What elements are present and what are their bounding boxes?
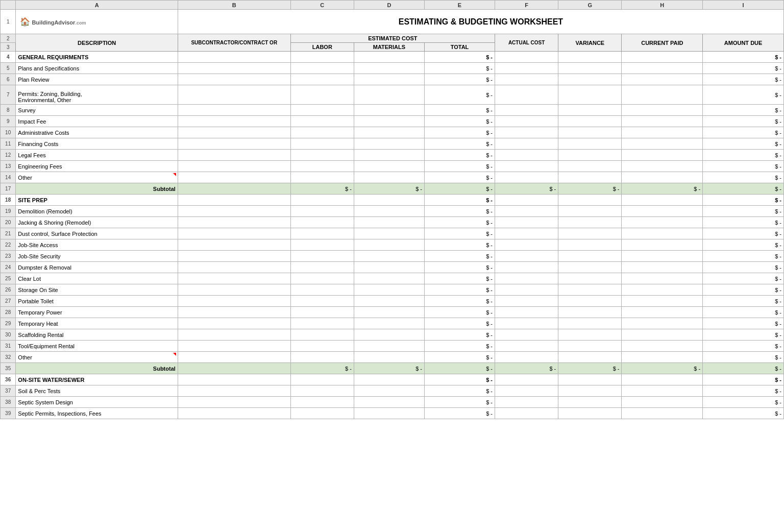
row-variance[interactable] [558,329,622,341]
row-materials[interactable] [354,307,424,318]
row-total[interactable]: $ - [424,307,495,318]
row-current-paid[interactable] [622,374,703,385]
row-labor[interactable] [290,273,354,284]
row-variance[interactable] [558,374,622,385]
row-amount-due[interactable]: $ - [703,85,784,105]
row-amount-due[interactable]: $ - [703,284,784,296]
row-subcontractor[interactable] [178,206,290,217]
row-subcontractor[interactable] [178,397,290,408]
row-current-paid[interactable] [622,127,703,138]
row-amount-due[interactable]: $ - [703,217,784,228]
row-amount-due[interactable]: $ - [703,195,784,206]
row-subcontractor[interactable] [178,318,290,329]
row-variance[interactable] [558,341,622,352]
row-actual[interactable] [495,307,558,318]
row-amount-due[interactable]: $ - [703,116,784,127]
row-materials[interactable] [354,397,424,408]
row-materials[interactable] [354,341,424,352]
row-subcontractor[interactable] [178,63,290,74]
row-materials[interactable] [354,150,424,161]
row-materials[interactable] [354,74,424,85]
row-labor[interactable] [290,318,354,329]
row-materials[interactable] [354,206,424,217]
row-current-paid[interactable] [622,251,703,262]
row-labor[interactable] [290,217,354,228]
subtotal-amount-due[interactable]: $ - [703,363,784,374]
row-total[interactable]: $ - [424,228,495,239]
row-variance[interactable] [558,251,622,262]
row-amount-due[interactable]: $ - [703,63,784,74]
row-materials[interactable] [354,138,424,150]
row-actual[interactable] [495,385,558,397]
subtotal-current-paid[interactable]: $ - [622,183,703,195]
row-variance[interactable] [558,239,622,251]
row-labor[interactable] [290,195,354,206]
row-subcontractor[interactable] [178,74,290,85]
row-total[interactable]: $ - [424,352,495,363]
row-current-paid[interactable] [622,85,703,105]
row-current-paid[interactable] [622,206,703,217]
row-current-paid[interactable] [622,341,703,352]
row-labor[interactable] [290,150,354,161]
row-labor[interactable] [290,127,354,138]
row-variance[interactable] [558,63,622,74]
subtotal-labor[interactable]: $ - [290,363,354,374]
row-subcontractor[interactable] [178,385,290,397]
row-amount-due[interactable]: $ - [703,206,784,217]
row-current-paid[interactable] [622,150,703,161]
row-materials[interactable] [354,228,424,239]
row-labor[interactable] [290,105,354,116]
row-materials[interactable] [354,63,424,74]
row-total[interactable]: $ - [424,273,495,284]
row-variance[interactable] [558,195,622,206]
row-materials[interactable] [354,273,424,284]
row-subcontractor[interactable] [178,172,290,183]
row-labor[interactable] [290,172,354,183]
subtotal-subcontractor[interactable] [178,183,290,195]
row-materials[interactable] [354,161,424,172]
row-actual[interactable] [495,172,558,183]
row-actual[interactable] [495,318,558,329]
row-variance[interactable] [558,127,622,138]
row-materials[interactable] [354,239,424,251]
row-actual[interactable] [495,341,558,352]
row-subcontractor[interactable] [178,217,290,228]
row-actual[interactable] [495,161,558,172]
row-actual[interactable] [495,63,558,74]
row-variance[interactable] [558,116,622,127]
row-actual[interactable] [495,397,558,408]
row-amount-due[interactable]: $ - [703,318,784,329]
row-variance[interactable] [558,52,622,63]
row-current-paid[interactable] [622,52,703,63]
row-labor[interactable] [290,85,354,105]
row-current-paid[interactable] [622,408,703,419]
row-total[interactable]: $ - [424,161,495,172]
subtotal-actual[interactable]: $ - [495,183,558,195]
row-total[interactable]: $ - [424,262,495,273]
row-actual[interactable] [495,138,558,150]
row-materials[interactable] [354,52,424,63]
row-amount-due[interactable]: $ - [703,138,784,150]
row-current-paid[interactable] [622,318,703,329]
row-labor[interactable] [290,284,354,296]
row-current-paid[interactable] [622,116,703,127]
row-labor[interactable] [290,239,354,251]
row-actual[interactable] [495,296,558,307]
row-current-paid[interactable] [622,307,703,318]
row-subcontractor[interactable] [178,329,290,341]
row-actual[interactable] [495,228,558,239]
row-amount-due[interactable]: $ - [703,161,784,172]
row-total[interactable]: $ - [424,385,495,397]
row-subcontractor[interactable] [178,374,290,385]
row-materials[interactable] [354,385,424,397]
row-actual[interactable] [495,217,558,228]
row-current-paid[interactable] [622,161,703,172]
row-amount-due[interactable]: $ - [703,385,784,397]
row-labor[interactable] [290,296,354,307]
row-total[interactable]: $ - [424,341,495,352]
row-variance[interactable] [558,284,622,296]
row-current-paid[interactable] [622,239,703,251]
row-amount-due[interactable]: $ - [703,127,784,138]
row-amount-due[interactable]: $ - [703,74,784,85]
row-materials[interactable] [354,352,424,363]
